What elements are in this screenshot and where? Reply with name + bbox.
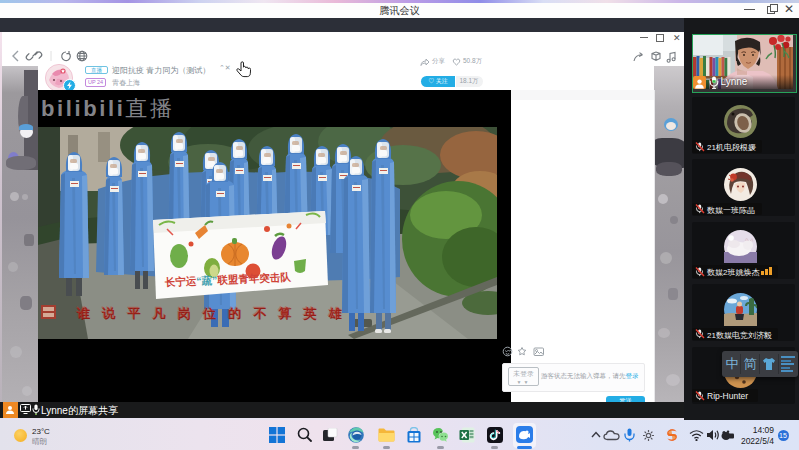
svg-text:谁说平凡岗位的不算英雄: 谁说平凡岗位的不算英雄 [75, 305, 353, 320]
